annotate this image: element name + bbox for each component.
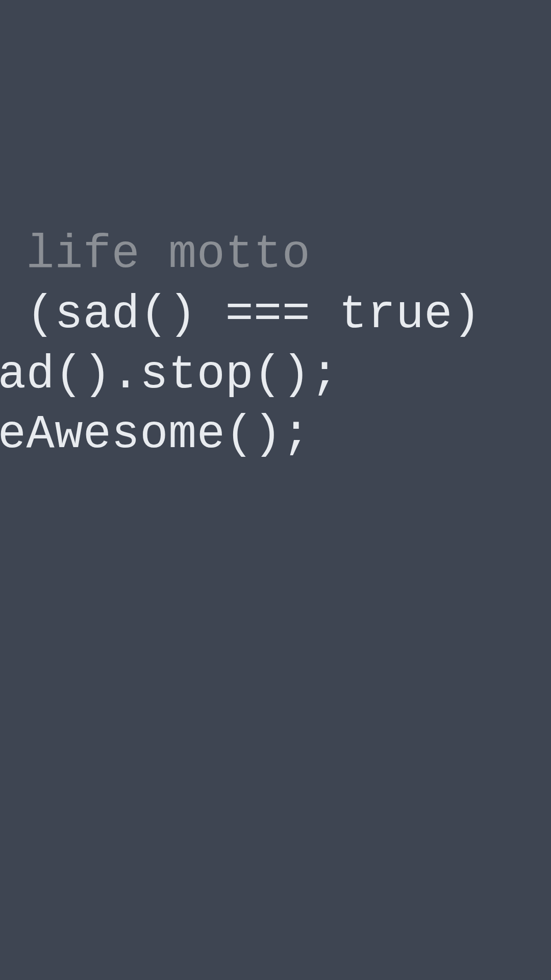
- comment-line: / life motto: [0, 225, 481, 285]
- if-statement-line: f (sad() === true): [0, 285, 481, 345]
- stop-call-line: sad().stop();: [0, 345, 481, 405]
- awesome-call-line: beAwesome();: [0, 405, 481, 465]
- code-snippet: / life motto f (sad() === true) sad().st…: [0, 225, 481, 465]
